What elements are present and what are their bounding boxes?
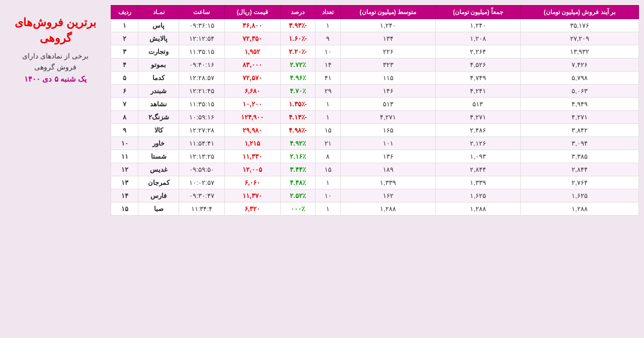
table-row: ۴,۲۷۱۴,۲۷۱۴,۲۷۱۱-۴.۱۴٪۱۲۴,۹۰۰۱۰:۵۹:۱۶شزن… — [111, 111, 639, 124]
table-row: ۳,۸۴۲۲,۴۸۶۱۶۵۱۵-۴.۹۸٪۲۹,۹۸۰۱۲:۲۷:۲۸کالا۹ — [111, 124, 639, 137]
table-section: بر آیند فروش (میلیون تومان) جمعاً (میلیو… — [111, 5, 639, 216]
side-subtitle1: برخی از نمادهای دارای — [22, 50, 89, 61]
table-row: ۲۷,۲۰۹۱,۲۰۸۱۳۴۹-۱.۶۰٪۷۲,۳۵۰۱۲:۱۲:۵۴پالای… — [111, 32, 639, 45]
side-date: یک شنبه ۵ دی ۱۴۰۰ — [24, 75, 87, 84]
header-total: جمعاً (میلیون تومان) — [436, 6, 521, 19]
table-row: ۷,۴۲۶۴,۵۲۶۳۲۳۱۴۲.۷۲٪۸۳,۰۰۰۰۹:۴۰:۱۶بموتو۴ — [111, 58, 639, 72]
header-percent: درصد — [280, 6, 315, 19]
side-subtitle2: فروش گروهی — [34, 61, 76, 73]
table-row: ۵,۰۶۳۴,۲۴۱۱۴۶۲۹۴.۷۰٪۶,۶۸۰۱۲:۲۱:۴۵شبندر۶ — [111, 85, 639, 98]
table-row: ۳۵,۱۷۶۱,۲۴۰۱,۲۴۰۱-۳.۹۳٪۳۶,۸۰۰۰۹:۳۶:۱۵پاس… — [111, 19, 639, 32]
header-time: ساعت — [179, 6, 224, 19]
header-price: قیمت (ریال) — [224, 6, 280, 19]
table-row: ۲,۷۶۴۱,۳۳۹۱,۳۳۹۱۴.۴۸٪۶,۰۶۰۱۰:۰۲:۵۷کمرجان… — [111, 176, 639, 189]
main-container: بر آیند فروش (میلیون تومان) جمعاً (میلیو… — [5, 5, 639, 216]
table-row: ۴,۹۴۹۵۱۳۵۱۳۱-۱.۳۵٪۱۰,۲۰۰۱۱:۳۵:۱۵نشاهد۷ — [111, 98, 639, 111]
header-symbol: نمـاد — [138, 6, 179, 19]
table-row: ۱,۶۲۵۱,۶۲۵۱۶۲۱۰۲.۵۲٪۱۱,۳۷۰۰۹:۳۰:۴۷فارس۱۴ — [111, 189, 639, 202]
side-info-panel: برترین فروش‌های گروهی برخی از نمادهای دا… — [5, 5, 106, 84]
header-avg: متوسط (میلیون تومان) — [341, 6, 436, 19]
header-sell: بر آیند فروش (میلیون تومان) — [520, 6, 638, 19]
side-title: برترین فروش‌های گروهی — [5, 15, 106, 46]
table-row: ۳,۳۸۵۱,۰۹۳۱۳۶۸۲.۱۶٪۱۱,۳۳۰۱۲:۱۳:۲۵شستا۱۱ — [111, 150, 639, 163]
table-row: ۵,۷۹۸۴,۷۴۹۱۱۵۴۱۴.۹۶٪۷۲,۵۷۰۱۲:۲۸:۵۷کدما۵ — [111, 72, 639, 85]
table-row: ۱۳,۹۳۲۲,۲۶۴۲۲۶۱۰-۲.۲۰٪۱,۹۵۲۱۱:۳۵:۱۵وتجار… — [111, 45, 639, 58]
header-row-num: ردیف — [111, 6, 138, 19]
main-table: بر آیند فروش (میلیون تومان) جمعاً (میلیو… — [111, 5, 639, 216]
header-count: تعداد — [315, 6, 341, 19]
table-row: ۳,۰۹۴۲,۱۲۶۱۰۱۲۱۴.۹۲٪۱,۲۱۵۱۱:۵۴:۴۱خاور۱۰ — [111, 137, 639, 150]
table-row: ۲,۸۴۴۲,۸۴۴۱۸۹۱۵۳.۴۴٪۱۲,۰۰۵۰۹:۵۹:۵۰غدیس۱۲ — [111, 163, 639, 176]
table-row: ۱,۲۸۸۱,۲۸۸۱,۲۸۸۱۰۰۰٪۶,۳۲۰۱۱:۳۴:۴صبا۱۵ — [111, 202, 639, 216]
